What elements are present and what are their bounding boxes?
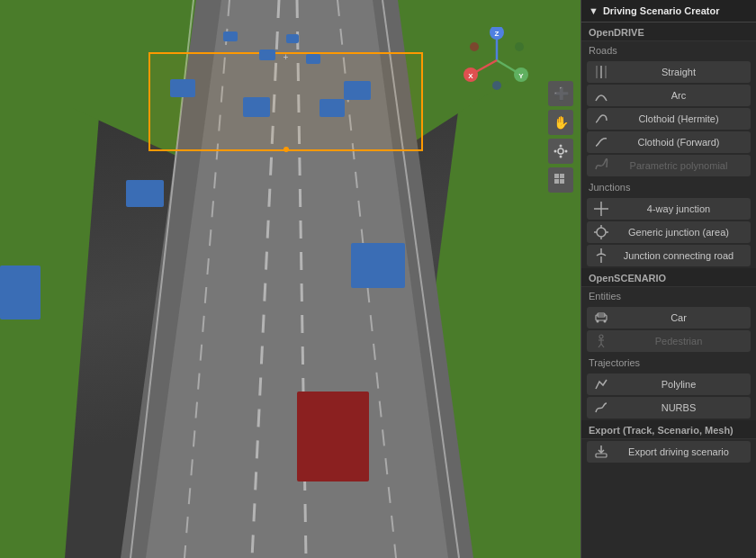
junction-4way-button[interactable]: 4-way junction — [587, 198, 751, 220]
junction-connect-label: Junction connecting road — [614, 250, 743, 261]
svg-rect-24 — [560, 174, 564, 178]
road-straight-icon — [594, 65, 608, 79]
nurbs-icon — [594, 400, 608, 415]
svg-point-32 — [597, 228, 606, 237]
entity-car-button[interactable]: Car — [587, 307, 751, 328]
vehicle-8 — [320, 99, 345, 117]
svg-rect-26 — [560, 179, 564, 184]
vehicle-10 — [0, 266, 40, 320]
junction-generic-button[interactable]: Generic junction (area) — [587, 221, 751, 243]
road-arc-label: Arc — [614, 90, 743, 101]
road-poly-button: Parametric polynomial — [587, 155, 751, 176]
vehicle-9 — [126, 180, 164, 207]
subsection-roads: Roads — [581, 41, 756, 59]
road-arc-button[interactable]: Arc — [587, 85, 751, 106]
panel-title-bar: ▼ Driving Scenario Creator — [581, 0, 756, 22]
export-label: Export driving scenario — [614, 446, 743, 457]
add-button[interactable]: ➕ — [548, 81, 573, 106]
collapse-arrow[interactable]: ▼ — [589, 5, 598, 16]
junction-generic-icon — [594, 225, 608, 239]
vehicle-11 — [351, 243, 405, 288]
road-clothoid-f-label: Clothoid (Forward) — [614, 137, 743, 148]
junction-4way-icon — [594, 202, 608, 216]
svg-point-15 — [492, 81, 501, 90]
section-export: Export (Track, Scenario, Mesh) — [581, 420, 756, 439]
road-clothoid-h-label: Clothoid (Hermite) — [614, 113, 743, 124]
entity-pedestrian-button: Pedestrian — [587, 330, 751, 352]
svg-point-21 — [560, 156, 562, 158]
vehicle-6 — [344, 81, 371, 100]
junction-connect-button[interactable]: Junction connecting road — [587, 245, 751, 266]
svg-point-16 — [515, 42, 524, 51]
svg-text:Y: Y — [518, 72, 524, 80]
junction-connect-icon — [594, 248, 608, 263]
svg-rect-23 — [554, 174, 559, 178]
road-poly-icon — [594, 158, 608, 173]
export-icon — [594, 445, 608, 459]
section-opendrive: OpenDRIVE — [581, 22, 756, 41]
camera-button[interactable] — [548, 139, 573, 164]
svg-text:Z: Z — [495, 30, 500, 38]
viewport[interactable]: + Z Y X — [0, 0, 580, 558]
right-panel: ▼ Driving Scenario Creator OpenDRIVE Roa… — [580, 0, 756, 558]
svg-line-46 — [598, 344, 601, 347]
entity-car-label: Car — [614, 312, 743, 323]
subsection-trajectories: Trajectories — [581, 354, 756, 372]
svg-point-18 — [558, 148, 563, 154]
road-arc-icon — [594, 88, 608, 103]
junction-generic-label: Generic junction (area) — [614, 227, 743, 238]
traj-polyline-button[interactable]: Polyline — [587, 374, 751, 395]
polyline-icon — [594, 377, 608, 392]
selection-box: + — [148, 52, 423, 151]
subsection-junctions: Junctions — [581, 178, 756, 196]
road-poly-label: Parametric polynomial — [614, 160, 743, 171]
vehicle-red — [297, 392, 369, 482]
svg-point-43 — [599, 335, 603, 338]
subsection-entities: Entities — [581, 287, 756, 305]
traj-nurbs-button[interactable]: NURBS — [587, 397, 751, 418]
road-straight-button[interactable]: Straight — [587, 61, 751, 83]
traj-nurbs-label: NURBS — [614, 402, 743, 413]
svg-point-22 — [554, 150, 557, 153]
svg-point-17 — [470, 42, 479, 51]
road-clothoid-h-icon — [594, 112, 608, 126]
svg-rect-25 — [554, 179, 559, 184]
vehicle-1 — [223, 32, 238, 41]
pedestrian-icon — [594, 334, 608, 348]
road-clothoid-h-button[interactable]: Clothoid (Hermite) — [587, 108, 751, 130]
road-straight-label: Straight — [614, 67, 743, 77]
svg-text:X: X — [468, 72, 473, 80]
gizmo: Z Y X — [464, 27, 531, 94]
road-clothoid-f-button[interactable]: Clothoid (Forward) — [587, 131, 751, 153]
svg-point-42 — [604, 320, 607, 323]
vehicle-4 — [306, 54, 320, 64]
svg-point-41 — [597, 320, 599, 323]
svg-point-20 — [565, 150, 568, 153]
vehicle-5 — [170, 79, 195, 97]
traj-polyline-label: Polyline — [614, 379, 743, 390]
vehicle-7 — [243, 97, 270, 117]
section-openscenario: OpenSCENARIO — [581, 268, 756, 287]
grid-button[interactable] — [548, 167, 573, 193]
export-button[interactable]: Export driving scenario — [587, 441, 751, 463]
vehicle-3 — [259, 50, 275, 60]
car-icon — [594, 310, 608, 325]
road-clothoid-f-icon — [594, 135, 608, 149]
svg-rect-48 — [596, 454, 607, 457]
junction-4way-label: 4-way junction — [614, 203, 743, 214]
panel-title-text: Driving Scenario Creator — [603, 5, 720, 16]
move-button[interactable]: ✋ — [548, 110, 573, 135]
vehicle-2 — [286, 34, 299, 43]
svg-line-47 — [601, 344, 604, 347]
svg-point-19 — [560, 145, 562, 148]
toolbar: ➕ ✋ — [548, 81, 573, 193]
entity-pedestrian-label: Pedestrian — [614, 336, 743, 346]
